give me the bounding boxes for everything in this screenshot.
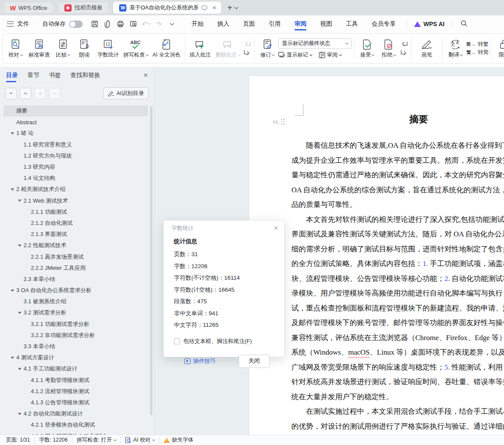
proofread-button[interactable]: 校对	[5, 36, 26, 60]
track-changes-button[interactable]: 修订	[257, 36, 278, 60]
outline-item[interactable]: 4.1.2 流程管理模块测试	[3, 386, 148, 397]
outline-item[interactable]: 2.1.3 界面测试	[3, 229, 148, 240]
expand-arrow-icon[interactable]	[11, 132, 14, 134]
wps-ai-button[interactable]: WPS AI	[411, 21, 447, 27]
sidebar-tab-书签[interactable]: 书签	[49, 67, 61, 84]
print-preview-button[interactable]	[127, 18, 139, 30]
export-pdf-button[interactable]	[102, 18, 114, 30]
close-tab-icon[interactable]: ×	[211, 4, 218, 11]
outline-item[interactable]: 4.1.3 公告管理模块测试	[3, 397, 148, 408]
outline-item[interactable]: 4.1 手工功能测试设计	[3, 363, 148, 374]
outline-item[interactable]: 3 OA 自动化办公系统需求分析	[3, 285, 148, 296]
collapse-all-button[interactable]	[5, 88, 17, 99]
sidebar-tab-目录[interactable]: 目录	[6, 67, 18, 84]
print-button[interactable]	[114, 18, 126, 30]
expand-arrow-icon[interactable]	[18, 312, 21, 314]
previous-change-icon[interactable]	[399, 41, 409, 48]
screen-share-icon[interactable]	[201, 4, 208, 11]
missing-font-warning[interactable]: 缺失字体	[164, 436, 193, 444]
ribbon-tab-引用[interactable]: 引用	[262, 15, 288, 33]
sidebar-scrollbar[interactable]	[150, 106, 153, 415]
outline-item[interactable]: 2.2.1 高并发场景测试	[3, 251, 148, 262]
reject-button[interactable]: 拒绝	[378, 36, 399, 60]
outline-item[interactable]: 1.2 研究方向与现状	[3, 150, 148, 161]
include-footnotes-checkbox[interactable]	[174, 338, 180, 344]
outline-item[interactable]: 3.2 测试需求分析	[3, 307, 148, 318]
outline-item[interactable]: 4.2 自动化功能测试设计	[3, 408, 148, 419]
promote-button[interactable]: +	[34, 88, 46, 99]
expand-arrow-icon[interactable]	[11, 290, 14, 292]
ribbon-tab-页面[interactable]: 页面	[236, 15, 262, 33]
spell-check-button[interactable]: ABC 拼写检查	[121, 36, 150, 60]
page-indicator[interactable]: 页面: 1/31	[6, 436, 30, 444]
menu-icon[interactable]	[7, 21, 14, 27]
insert-comment-button[interactable]: 插入批注	[187, 36, 213, 60]
markup-state-select[interactable]: 显示标记的最终状态	[278, 38, 352, 49]
ai-proofread-status[interactable]: AI 校对	[125, 436, 155, 444]
outline-item[interactable]: 3.2.2 非功能测试需求分析	[3, 330, 148, 341]
outline-item[interactable]: 4 测试方案设计	[3, 352, 148, 363]
ai-polish-button[interactable]: AI 全文润色	[150, 36, 183, 60]
sidebar-tab-章节[interactable]: 章节	[27, 67, 39, 84]
save-button[interactable]	[89, 18, 101, 30]
expand-arrow-icon[interactable]	[11, 188, 14, 191]
translate-button[interactable]: 文A 翻译	[445, 36, 466, 60]
outline-item[interactable]: 4.1.1 考勤管理模块测试	[3, 375, 148, 386]
read-aloud-button[interactable]: 朗读	[74, 36, 95, 60]
next-change-icon[interactable]	[399, 49, 409, 56]
outline-item[interactable]: 2.2 性能测试技术	[3, 240, 148, 251]
close-sidebar-icon[interactable]: ×	[144, 71, 148, 80]
outline-item[interactable]: 4.2.1 登录模块自动化测试	[3, 419, 148, 430]
ai-recognize-toc-button[interactable]: AI识别目录	[103, 87, 149, 99]
document-page[interactable]: H₁ 摘要 随着信息技术的飞速发展,OA 自动化办公系统在各行各业得到了成为提升…	[249, 75, 504, 435]
ribbon-tab-审阅[interactable]: 审阅	[288, 15, 313, 33]
pen-button[interactable]: 画笔	[414, 36, 440, 60]
drag-handle-icon[interactable]	[281, 119, 285, 125]
more-commands-chevron-icon[interactable]	[166, 18, 178, 30]
file-menu[interactable]: 文件	[17, 20, 29, 28]
tab-list-chevron-icon[interactable]	[234, 5, 238, 9]
outline-item[interactable]: 1.3 研究内容	[3, 161, 148, 173]
outline-item[interactable]: 1.4 论文结构	[3, 173, 148, 184]
outline-item[interactable]: 1.1 研究背景和意义	[3, 139, 148, 150]
close-dialog-button[interactable]: 关闭	[239, 355, 270, 368]
word-count-button[interactable]: 12 字数统计	[95, 36, 121, 60]
ribbon-tab-开始[interactable]: 开始	[185, 15, 210, 33]
outline-item[interactable]: 2.1.2 自动化测试	[3, 218, 148, 229]
outline-item[interactable]: 2.2.2 JMeter 工具应用	[3, 263, 148, 274]
outline-item[interactable]: Abstract	[3, 116, 148, 128]
new-tab-button[interactable]: +	[227, 3, 232, 13]
accept-button[interactable]: 接受	[357, 36, 378, 60]
ribbon-tab-工具[interactable]: 工具	[339, 15, 365, 33]
ribbon-tab-视图[interactable]: 视图	[313, 15, 339, 33]
ribbon-tab-插入[interactable]: 插入	[210, 15, 236, 33]
expand-arrow-icon[interactable]	[18, 200, 21, 202]
outline-item[interactable]: 2.3 本章小结	[3, 274, 148, 285]
demote-button[interactable]: −	[49, 88, 60, 99]
heading-level-marker[interactable]: H₁	[273, 119, 285, 125]
ribbon-tab-会员专享[interactable]: 会员专享	[365, 15, 402, 33]
outline-item[interactable]: 摘要	[3, 105, 148, 116]
dialog-close-icon[interactable]: ×	[274, 224, 278, 233]
outline-item[interactable]: 4.2.2 用户管理模块自动化测试	[3, 430, 148, 435]
undo-button[interactable]: ↶	[140, 18, 152, 30]
delete-comment-button[interactable]: 删除批注	[213, 36, 243, 60]
dialog-header[interactable]: 字数统计 ×	[164, 221, 284, 236]
standard-review-button[interactable]: 标准审查	[26, 36, 52, 60]
expand-all-button[interactable]	[20, 88, 31, 99]
expand-arrow-icon[interactable]	[11, 357, 14, 359]
redo-button[interactable]: ↷	[153, 18, 165, 30]
expand-arrow-icon[interactable]	[18, 413, 21, 415]
spell-check-status[interactable]: 拼写检查: 打开	[77, 436, 116, 444]
expand-arrow-icon[interactable]	[18, 245, 21, 247]
outline-item[interactable]: 3.3 本章小结	[3, 341, 148, 352]
next-comment-icon[interactable]	[243, 49, 252, 56]
sidebar-tab-查找和替换[interactable]: 查找和替换	[70, 67, 100, 84]
to-simplified-button[interactable]: 繁→ 转简	[466, 49, 489, 56]
tab-docer-templates[interactable]: 找稻壳模板	[58, 2, 109, 14]
previous-comment-icon[interactable]	[243, 41, 252, 48]
outline-item[interactable]: 1 绪 论	[3, 128, 148, 139]
outline-item[interactable]: 3.1 被测系统介绍	[3, 296, 148, 307]
tab-document-active[interactable]: W 基于OA自动化办公系统的系... ×	[113, 2, 221, 14]
outline-item[interactable]: 2.1.1 功能测试	[3, 206, 148, 218]
